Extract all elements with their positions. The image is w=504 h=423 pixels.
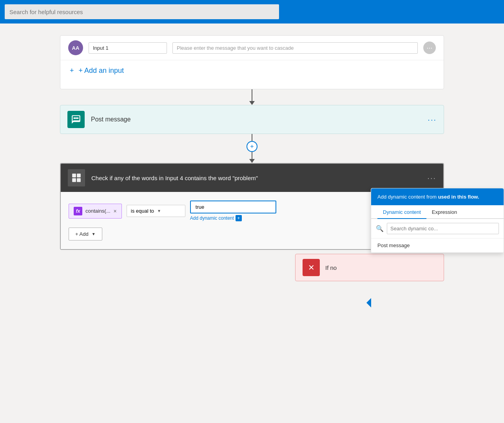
svg-rect-3 [72,174,76,177]
condition-menu-button[interactable]: ··· [427,174,436,183]
connector-line [252,89,252,101]
value-container: Add dynamic content + [190,201,276,221]
operator-dropdown[interactable]: is equal to ▼ [127,205,185,217]
panel-tabs: Dynamic content Expression [371,205,504,219]
post-message-icon [67,111,85,128]
panel-header: Add dynamic content from used in this fl… [371,188,504,205]
arrow-down-icon [249,101,255,105]
post-message-title: Post message [91,116,428,123]
chevron-down-icon: ▼ [157,209,161,213]
add-row-button[interactable]: + Add ▼ [69,228,102,240]
input-field[interactable]: Input 1 [89,42,167,54]
connector-line-2 [252,134,252,141]
if-no-branch: ✕ If no [295,254,444,281]
add-input-button[interactable]: + + Add an input [60,60,444,81]
if-no-icon: ✕ [303,259,320,276]
condition-title: Check if any of the words in Input 4 con… [91,175,427,181]
avatar: AA [68,40,83,55]
arrow-down-icon-2 [249,159,255,163]
svg-rect-5 [72,178,76,182]
input-card: AA Input 1 Please enter the message that… [60,35,444,89]
more-options-button[interactable]: ··· [423,42,436,54]
chip-close-button[interactable]: × [114,208,117,214]
search-icon: 🔍 [376,225,384,232]
svg-rect-6 [77,178,81,182]
list-item[interactable]: Post message [371,239,504,253]
post-message-card: Post message ··· [60,105,444,134]
panel-header-text: Add dynamic content from [377,194,438,200]
connector-line-3 [252,152,252,159]
function-chip[interactable]: fx contains(... × [69,204,122,219]
if-no-card: ✕ If no [295,254,444,281]
top-bar [0,0,504,24]
if-no-label: If no [325,264,337,271]
add-step-button[interactable]: + [247,141,257,152]
search-input[interactable] [5,4,279,19]
plus-icon: + [236,215,242,221]
message-field[interactable]: Please enter the message that you want t… [172,42,418,54]
tab-expression[interactable]: Expression [426,205,462,218]
svg-point-1 [74,118,75,119]
svg-rect-4 [77,174,81,177]
dynamic-list: Post message [371,239,504,253]
value-input[interactable] [190,201,276,213]
if-no-section: ✕ If no [60,254,444,285]
fx-icon: fx [74,207,82,215]
chip-text: contains(... [85,208,111,214]
post-message-menu-button[interactable]: ··· [428,115,437,124]
svg-point-2 [77,118,78,119]
canvas: AA Input 1 Please enter the message that… [0,24,504,423]
dynamic-search-input[interactable] [387,223,499,234]
panel-header-bold: used in this flow. [438,194,479,200]
input-row: AA Input 1 Please enter the message that… [60,36,444,60]
dynamic-content-panel: Add dynamic content from used in this fl… [371,188,504,253]
dynamic-search-container: 🔍 [371,219,504,239]
add-dynamic-content-link[interactable]: Add dynamic content + [190,215,276,221]
tab-dynamic-content[interactable]: Dynamic content [377,205,426,219]
condition-icon [68,169,85,186]
svg-point-0 [75,118,77,119]
chevron-down-icon-2: ▼ [92,232,96,236]
panel-arrow [366,298,371,307]
